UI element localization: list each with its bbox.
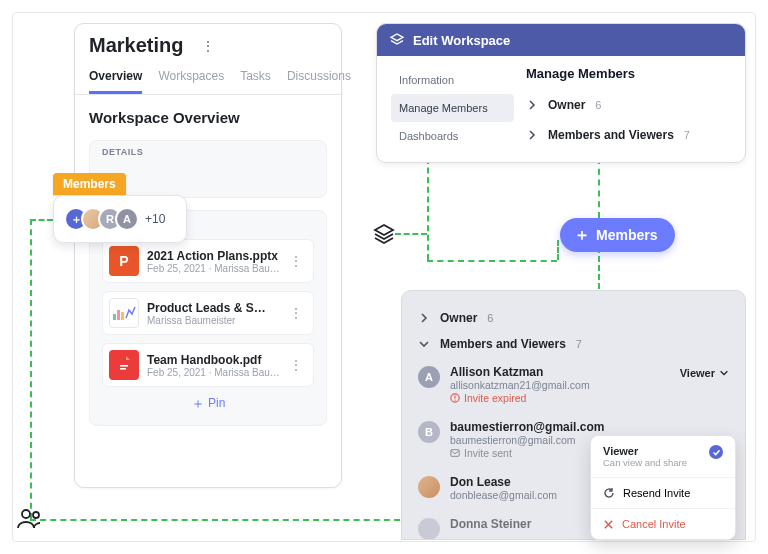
role-label: Viewer bbox=[680, 367, 715, 379]
tab-bar: Overview Workspaces Tasks Discussions bbox=[75, 63, 341, 95]
content-item-sub: Marissa Baumeister bbox=[147, 315, 285, 326]
content-item[interactable]: Product Leads & S… Marissa Baumeister ⋮ bbox=[102, 291, 314, 335]
people-icon bbox=[16, 506, 44, 530]
content-item-more[interactable]: ⋮ bbox=[285, 357, 307, 373]
tab-overview[interactable]: Overview bbox=[89, 63, 142, 94]
role-option-sub: Can view and share bbox=[603, 457, 701, 468]
chevron-right-icon bbox=[418, 312, 430, 324]
avatar bbox=[418, 518, 440, 540]
avatar bbox=[418, 476, 440, 498]
invite-status-text: Invite sent bbox=[464, 447, 512, 459]
tab-discussions[interactable]: Discussions bbox=[287, 63, 351, 94]
content-item[interactable]: P 2021 Action Plans.pptx Feb 25, 2021 · … bbox=[102, 239, 314, 283]
invite-status: Invite expired bbox=[450, 392, 670, 404]
pin-button[interactable]: ＋ Pin bbox=[102, 395, 314, 413]
manage-members-title: Manage Members bbox=[526, 66, 731, 81]
section-header: Workspace Overview bbox=[89, 109, 327, 126]
content-item-title: Product Leads & S… bbox=[147, 301, 285, 315]
avatar-stack: ＋ R A bbox=[64, 207, 139, 231]
role-popup: Viewer Can view and share Resend Invite … bbox=[590, 435, 736, 540]
pdf-icon bbox=[109, 350, 139, 380]
nav-information[interactable]: Information bbox=[391, 66, 514, 94]
member-name: baumestierron@gmail.com bbox=[450, 420, 729, 434]
group-count: 7 bbox=[684, 129, 690, 141]
plus-icon: ＋ bbox=[191, 395, 205, 411]
cancel-invite-button[interactable]: Cancel Invite bbox=[591, 508, 735, 539]
nav-manage-members[interactable]: Manage Members bbox=[391, 94, 514, 122]
svg-marker-6 bbox=[375, 225, 393, 235]
panel-group-count: 6 bbox=[487, 312, 493, 324]
workspace-card: Marketing ⋮ Overview Workspaces Tasks Di… bbox=[74, 23, 342, 488]
svg-point-7 bbox=[22, 510, 30, 518]
chart-icon bbox=[109, 298, 139, 328]
svg-rect-1 bbox=[117, 310, 120, 320]
content-item-sub: Feb 25, 2021 · Marissa Baum… bbox=[147, 263, 285, 274]
content-item-more[interactable]: ⋮ bbox=[285, 253, 307, 269]
group-label: Owner bbox=[548, 98, 585, 112]
connector-line bbox=[598, 247, 600, 289]
panel-members-row[interactable]: Members and Viewers 7 bbox=[418, 331, 729, 357]
svg-point-11 bbox=[454, 399, 455, 400]
members-pill-label: Members bbox=[596, 227, 657, 243]
ppt-icon: P bbox=[109, 246, 139, 276]
edit-workspace-title: Edit Workspace bbox=[413, 33, 510, 48]
connector-line bbox=[427, 260, 557, 262]
member-row[interactable]: A Allison Katzman allisonkatzman21@gmail… bbox=[418, 357, 729, 412]
workspace-title: Marketing bbox=[89, 34, 183, 57]
connector-line bbox=[30, 519, 400, 521]
chevron-down-icon bbox=[418, 338, 430, 350]
connector-line bbox=[30, 219, 53, 221]
tab-workspaces[interactable]: Workspaces bbox=[158, 63, 224, 94]
edit-workspace-main: Manage Members Owner 6 Members and Viewe… bbox=[522, 56, 745, 162]
avatar: B bbox=[418, 421, 440, 443]
check-icon bbox=[709, 445, 723, 459]
connector-line bbox=[395, 233, 427, 235]
details-label: DETAILS bbox=[102, 147, 314, 157]
resend-label: Resend Invite bbox=[623, 487, 690, 499]
members-chip[interactable]: ＋ R A +10 bbox=[53, 195, 187, 243]
svg-rect-2 bbox=[121, 312, 124, 320]
panel-group-count: 7 bbox=[576, 338, 582, 350]
connector-line bbox=[427, 158, 429, 260]
chevron-down-icon bbox=[719, 368, 729, 378]
svg-rect-12 bbox=[451, 450, 459, 457]
svg-marker-5 bbox=[391, 34, 403, 41]
svg-point-8 bbox=[33, 512, 39, 518]
panel-group-label: Members and Viewers bbox=[440, 337, 566, 351]
panel-owner-row[interactable]: Owner 6 bbox=[418, 305, 729, 331]
layers-icon bbox=[372, 222, 396, 246]
mail-icon bbox=[450, 448, 460, 458]
more-menu-button[interactable]: ⋮ bbox=[195, 37, 221, 55]
group-count: 6 bbox=[595, 99, 601, 111]
content-item-title: 2021 Action Plans.pptx bbox=[147, 249, 285, 263]
group-members-row[interactable]: Members and Viewers 7 bbox=[526, 121, 731, 149]
close-icon bbox=[603, 519, 614, 530]
chevron-right-icon bbox=[526, 99, 538, 111]
alert-icon bbox=[450, 393, 460, 403]
content-item-sub: Feb 25, 2021 · Marissa Baum… bbox=[147, 367, 285, 378]
pin-label: Pin bbox=[208, 396, 225, 410]
content-item[interactable]: Team Handbook.pdf Feb 25, 2021 · Marissa… bbox=[102, 343, 314, 387]
nav-dashboards[interactable]: Dashboards bbox=[391, 122, 514, 150]
refresh-icon bbox=[603, 487, 615, 499]
tab-tasks[interactable]: Tasks bbox=[240, 63, 271, 94]
edit-workspace-header: Edit Workspace bbox=[377, 24, 745, 56]
panel-group-label: Owner bbox=[440, 311, 477, 325]
avatar: A bbox=[115, 207, 139, 231]
layers-icon bbox=[389, 32, 405, 48]
add-members-button[interactable]: ＋ Members bbox=[560, 218, 675, 252]
content-item-title: Team Handbook.pdf bbox=[147, 353, 285, 367]
role-dropdown[interactable]: Viewer bbox=[680, 365, 729, 379]
svg-rect-0 bbox=[113, 314, 116, 320]
member-email: allisonkatzman21@gmail.com bbox=[450, 379, 670, 391]
group-owner-row[interactable]: Owner 6 bbox=[526, 91, 731, 119]
edit-workspace-nav: Information Manage Members Dashboards bbox=[377, 56, 522, 162]
chevron-right-icon bbox=[526, 129, 538, 141]
invite-status-text: Invite expired bbox=[464, 392, 526, 404]
role-option-viewer[interactable]: Viewer Can view and share bbox=[591, 436, 735, 477]
members-badge: Members bbox=[53, 173, 126, 195]
resend-invite-button[interactable]: Resend Invite bbox=[591, 477, 735, 508]
members-extra-count: +10 bbox=[145, 212, 165, 226]
connector-line bbox=[557, 240, 559, 260]
content-item-more[interactable]: ⋮ bbox=[285, 305, 307, 321]
